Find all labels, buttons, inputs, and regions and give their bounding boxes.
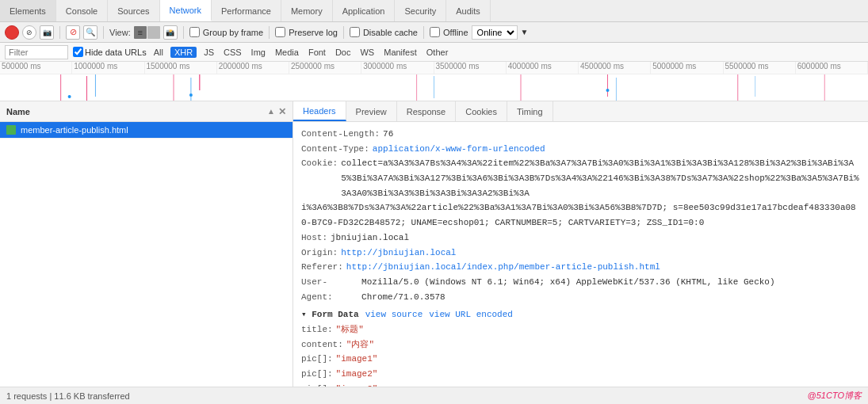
svg-point-16 bbox=[606, 89, 610, 92]
timeline-label-10: 5500000 ms bbox=[724, 62, 796, 74]
filter-xhr[interactable]: XHR bbox=[170, 47, 197, 58]
header-val: http://jbniujian.local bbox=[341, 246, 456, 261]
filter-doc[interactable]: Doc bbox=[333, 47, 354, 58]
hide-data-urls-checkbox[interactable] bbox=[73, 47, 83, 57]
tab-audits[interactable]: Audits bbox=[446, 0, 491, 21]
filter-js[interactable]: JS bbox=[201, 47, 216, 58]
filter-input[interactable] bbox=[5, 45, 68, 59]
tab-network[interactable]: Network bbox=[160, 0, 212, 21]
form-val: "image3" bbox=[336, 382, 378, 387]
timeline-label-11: 6000000 ms bbox=[796, 62, 868, 74]
filter-button[interactable]: ⊘ bbox=[66, 25, 80, 40]
filter-other[interactable]: Other bbox=[424, 47, 451, 58]
timeline-label-0: 500000 ms bbox=[0, 62, 72, 74]
header-key: Content-Length: bbox=[301, 127, 380, 142]
svg-point-14 bbox=[68, 95, 71, 98]
header-val: jbniujian.local bbox=[331, 231, 409, 246]
hide-data-urls-label[interactable]: Hide data URLs bbox=[73, 47, 147, 57]
main-content: Name ▲ ✕ member-article-publish.html Hea… bbox=[0, 101, 868, 387]
filter-ws[interactable]: WS bbox=[358, 47, 377, 58]
group-by-frame-checkbox[interactable] bbox=[189, 27, 200, 37]
timeline-label-2: 1500000 ms bbox=[145, 62, 217, 74]
filter-font[interactable]: Font bbox=[306, 47, 328, 58]
right-content: Content-Length: 76 Content-Type: applica… bbox=[293, 122, 868, 387]
tab-elements[interactable]: Elements bbox=[0, 0, 56, 21]
status-info: 1 requests | 11.6 KB transferred bbox=[6, 391, 130, 401]
camera-button[interactable]: 📷 bbox=[40, 25, 54, 40]
tab-security[interactable]: Security bbox=[395, 0, 446, 21]
form-key: pic[]: bbox=[301, 352, 333, 367]
clear-button[interactable]: ⊘ bbox=[22, 25, 36, 40]
preserve-log-label[interactable]: Preserve log bbox=[275, 27, 338, 37]
header-origin: Origin: http://jbniujian.local bbox=[301, 246, 860, 261]
form-key: content: bbox=[301, 337, 343, 353]
offline-checkbox[interactable] bbox=[430, 27, 440, 37]
timeline-labels: 500000 ms 1000000 ms 1500000 ms 2000000 … bbox=[0, 62, 868, 74]
form-val: "image2" bbox=[336, 367, 378, 382]
header-val: http://jbniujian.local/index.php/member-… bbox=[346, 260, 660, 275]
screenshot-button[interactable]: 📸 bbox=[163, 25, 178, 40]
group-by-frame-label[interactable]: Group by frame bbox=[189, 27, 263, 37]
view-large-icon[interactable] bbox=[147, 26, 160, 39]
filter-manifest[interactable]: Manifest bbox=[381, 47, 419, 58]
separator bbox=[59, 26, 60, 39]
view-url-encoded-link[interactable]: view URL encoded bbox=[429, 307, 513, 322]
timeline-label-6: 3500000 ms bbox=[434, 62, 507, 74]
tab-cookies[interactable]: Cookies bbox=[456, 101, 507, 121]
sort-arrow-icon[interactable]: ▲ bbox=[267, 107, 275, 116]
tab-performance[interactable]: Performance bbox=[212, 0, 281, 21]
tab-sources[interactable]: Sources bbox=[108, 0, 159, 21]
filter-img[interactable]: Img bbox=[249, 47, 268, 58]
tab-console[interactable]: Console bbox=[56, 0, 108, 21]
online-dropdown-arrow[interactable]: ▼ bbox=[521, 28, 529, 36]
timeline-chart bbox=[0, 74, 868, 101]
search-button[interactable]: 🔍 bbox=[83, 25, 98, 40]
preserve-log-checkbox[interactable] bbox=[275, 27, 285, 37]
timeline-label-7: 4000000 ms bbox=[507, 62, 579, 74]
disable-cache-label[interactable]: Disable cache bbox=[350, 27, 418, 37]
form-row-title: title: "标题" bbox=[301, 322, 860, 337]
tab-memory[interactable]: Memory bbox=[281, 0, 333, 21]
view-list-icon[interactable]: ≡ bbox=[134, 26, 147, 39]
svg-point-15 bbox=[189, 93, 193, 97]
separator5 bbox=[343, 26, 344, 39]
view-source-link[interactable]: view source bbox=[365, 307, 423, 322]
separator4 bbox=[269, 26, 270, 39]
header-cookie-cont: i%3A6%3B8%7Ds%3A7%3A%22article%22%3Ba%3A… bbox=[301, 200, 860, 215]
file-name: member-article-publish.html bbox=[21, 125, 128, 135]
online-select[interactable]: Online bbox=[472, 25, 518, 40]
tab-application[interactable]: Application bbox=[333, 0, 396, 21]
header-key: Host: bbox=[301, 231, 327, 246]
timeline-label-8: 4500000 ms bbox=[579, 62, 651, 74]
tab-response[interactable]: Response bbox=[397, 101, 457, 121]
header-key: Origin: bbox=[301, 246, 338, 261]
filter-css[interactable]: CSS bbox=[221, 47, 244, 58]
record-button[interactable] bbox=[5, 25, 19, 40]
list-item[interactable]: member-article-publish.html bbox=[0, 122, 293, 139]
left-panel-header: Name ▲ ✕ bbox=[0, 101, 293, 122]
status-bar: 1 requests | 11.6 KB transferred @51CTO博… bbox=[0, 387, 868, 404]
header-key: Referer: bbox=[301, 260, 343, 275]
filter-all[interactable]: All bbox=[151, 47, 166, 58]
tab-bar: Elements Console Sources Network Perform… bbox=[0, 0, 868, 22]
form-data-header: ▾ Form Data view source view URL encoded bbox=[301, 307, 860, 322]
disable-cache-checkbox[interactable] bbox=[350, 27, 360, 37]
timeline: 500000 ms 1000000 ms 1500000 ms 2000000 … bbox=[0, 62, 868, 101]
form-row-pic3: pic[]: "image3" bbox=[301, 382, 860, 387]
header-val: i%3A6%3B8%7Ds%3A7%3A%22article%22%3Ba%3A… bbox=[301, 200, 856, 215]
header-referer: Referer: http://jbniujian.local/index.ph… bbox=[301, 260, 860, 275]
header-user-agent: User-Agent: Mozilla/5.0 (Windows NT 6.1;… bbox=[301, 275, 860, 304]
filter-row: Hide data URLs All XHR JS CSS Img Media … bbox=[0, 43, 868, 62]
timeline-label-9: 5000000 ms bbox=[651, 62, 723, 74]
filter-media[interactable]: Media bbox=[273, 47, 301, 58]
tab-timing[interactable]: Timing bbox=[507, 101, 553, 121]
form-data-section: ▾ Form Data view source view URL encoded… bbox=[301, 307, 860, 387]
header-val: Mozilla/5.0 (Windows NT 6.1; Win64; x64)… bbox=[361, 275, 860, 304]
form-val: "内容" bbox=[346, 337, 374, 353]
close-panel-button[interactable]: ✕ bbox=[278, 106, 286, 117]
header-cookie-cont2: 0-B7C9-FD32C2B48572; UNAME=ecshop01; CAR… bbox=[301, 215, 860, 231]
tab-preview[interactable]: Preview bbox=[346, 101, 397, 121]
offline-label[interactable]: Offline bbox=[430, 27, 468, 37]
tab-headers[interactable]: Headers bbox=[293, 101, 346, 121]
view-label: View: bbox=[109, 28, 131, 37]
